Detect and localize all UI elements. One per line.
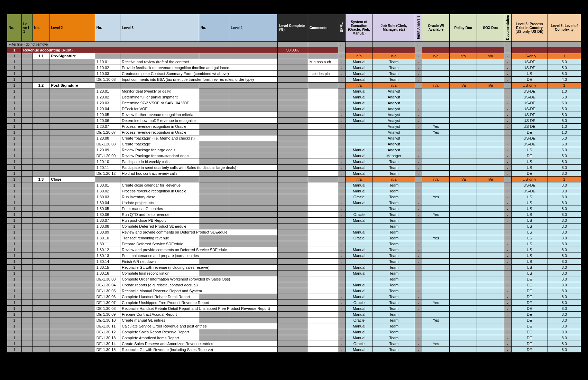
cell[interactable]: 3.0 <box>548 159 581 164</box>
cell[interactable] <box>22 106 33 112</box>
cell[interactable]: Receive and review draft of the contract <box>120 59 278 65</box>
col-country[interactable]: Level 3: Process Exist in Country (US-on… <box>511 14 548 42</box>
cell[interactable] <box>33 117 49 123</box>
cell[interactable] <box>450 94 477 100</box>
cell[interactable] <box>33 241 49 247</box>
cell[interactable] <box>422 170 450 176</box>
cell[interactable]: 3.0 <box>548 194 581 200</box>
cell[interactable]: . <box>504 247 511 253</box>
cell[interactable] <box>278 317 308 323</box>
cell[interactable]: 3.0 <box>548 188 581 194</box>
cell[interactable] <box>199 141 229 147</box>
cell[interactable]: n/a <box>373 53 415 59</box>
cell[interactable]: Team <box>373 241 415 247</box>
cell[interactable]: . <box>338 70 346 76</box>
cell[interactable] <box>477 141 504 147</box>
cell[interactable] <box>477 194 504 200</box>
cell[interactable]: DE <box>511 305 548 311</box>
cell[interactable]: Team <box>373 282 415 288</box>
cell[interactable]: 3.0 <box>548 305 581 311</box>
cell[interactable]: . <box>338 153 346 159</box>
cell[interactable]: DE <box>511 76 548 82</box>
cell[interactable]: . <box>338 94 346 100</box>
cell[interactable] <box>278 270 308 276</box>
cell[interactable]: . <box>415 229 422 235</box>
cell[interactable] <box>278 164 308 170</box>
col-level2[interactable]: Level 2 <box>49 14 95 42</box>
cell[interactable] <box>278 188 308 194</box>
cell[interactable]: . <box>504 176 511 182</box>
cell[interactable] <box>477 76 504 82</box>
cell[interactable] <box>422 346 450 352</box>
cell[interactable]: Transact remaining revenue <box>120 235 199 241</box>
cell[interactable] <box>49 100 95 106</box>
cell[interactable] <box>278 217 308 223</box>
cell[interactable] <box>477 258 504 264</box>
cell[interactable]: 3.0 <box>548 253 581 258</box>
cell[interactable] <box>477 200 504 206</box>
cell[interactable]: US-DE <box>511 117 548 123</box>
cell[interactable] <box>278 247 308 253</box>
cell[interactable]: Create "package" <box>120 141 199 147</box>
cell[interactable] <box>450 65 477 70</box>
cell[interactable] <box>308 170 338 176</box>
cell[interactable] <box>308 194 338 200</box>
cell[interactable] <box>450 164 477 170</box>
cell[interactable]: . <box>504 282 511 288</box>
cell[interactable] <box>278 206 308 211</box>
cell[interactable] <box>22 270 33 276</box>
cell[interactable]: . <box>338 176 346 182</box>
cell[interactable]: Yes <box>422 123 450 129</box>
cell[interactable] <box>477 94 504 100</box>
cell[interactable]: US <box>511 159 548 164</box>
cell[interactable]: Manual <box>346 88 373 94</box>
cell[interactable] <box>278 282 308 288</box>
cell[interactable] <box>49 305 95 311</box>
cell[interactable] <box>477 276 504 282</box>
cell[interactable]: n/a <box>346 53 373 59</box>
cell[interactable] <box>477 270 504 276</box>
cell[interactable]: 3.0 <box>548 288 581 294</box>
cell[interactable] <box>422 288 450 294</box>
cell[interactable]: n/a <box>346 176 373 182</box>
cell[interactable]: DE-1.30.06 <box>95 294 120 300</box>
cell[interactable]: . <box>504 217 511 223</box>
cell[interactable] <box>33 270 49 276</box>
cell[interactable]: US-DE <box>511 188 548 194</box>
cell[interactable]: 3.0 <box>548 323 581 329</box>
cell[interactable] <box>308 164 338 170</box>
cell[interactable] <box>22 253 33 258</box>
cell[interactable] <box>477 329 504 335</box>
cell[interactable] <box>308 217 338 223</box>
cell[interactable]: 3.0 <box>548 211 581 217</box>
cell[interactable] <box>199 311 229 317</box>
cell[interactable]: Prepare Contract Accrual Report <box>120 311 199 317</box>
cell[interactable] <box>422 276 450 282</box>
cell[interactable]: . <box>338 323 346 329</box>
cell[interactable] <box>22 264 33 270</box>
cell[interactable]: n/a <box>373 176 415 182</box>
cell[interactable] <box>278 253 308 258</box>
cell[interactable] <box>450 282 477 288</box>
cell[interactable] <box>33 188 49 194</box>
cell[interactable] <box>278 117 308 123</box>
cell[interactable] <box>49 253 95 258</box>
cell[interactable]: . <box>338 106 346 112</box>
cell[interactable]: Yes <box>422 235 450 241</box>
cell[interactable] <box>22 211 33 217</box>
cell[interactable]: . <box>338 346 346 352</box>
cell[interactable] <box>450 241 477 247</box>
cell[interactable] <box>22 323 33 329</box>
cell[interactable] <box>477 135 504 141</box>
cell[interactable]: Process revenue recognition in Oracle <box>120 188 199 194</box>
cell[interactable]: . <box>504 182 511 188</box>
cell[interactable]: Analyst <box>373 106 415 112</box>
cell[interactable]: . <box>415 276 422 282</box>
cell[interactable]: Yes <box>422 341 450 346</box>
cell[interactable] <box>308 153 338 159</box>
cell[interactable] <box>33 346 49 352</box>
cell[interactable] <box>450 323 477 329</box>
cell[interactable]: . <box>338 47 346 53</box>
cell[interactable]: . <box>504 194 511 200</box>
cell[interactable]: . <box>338 258 346 264</box>
